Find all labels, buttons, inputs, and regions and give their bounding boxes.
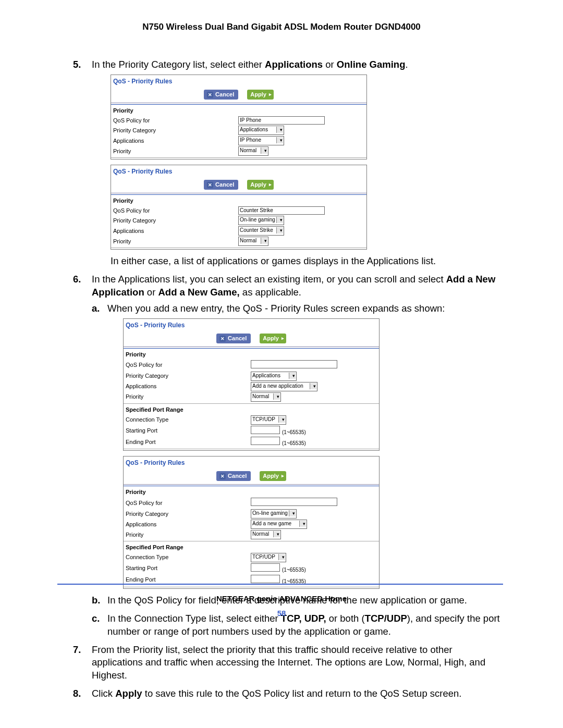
step-5-note: In either case, a list of applications o… — [111, 255, 506, 268]
start-port-label: Starting Port — [126, 564, 251, 572]
start-port-input[interactable] — [251, 426, 280, 434]
qos-policy-for-input[interactable]: Counter Strike — [238, 206, 325, 215]
step-8: 8. Click Apply to save this rule to the … — [73, 687, 506, 700]
doc-header: N750 Wireless Dual Band Gigabit ADSL Mod… — [0, 0, 563, 58]
priority-select[interactable]: Normal — [238, 146, 268, 156]
applications-select[interactable]: Add a new application — [251, 382, 317, 391]
step-8-text: Click Apply to save this rule to the QoS… — [92, 688, 462, 699]
step-5-text: In the Priority Category list, select ei… — [92, 59, 408, 70]
qos-policy-for-input[interactable] — [251, 498, 337, 506]
close-icon: ✕ — [219, 473, 226, 479]
priority-select[interactable]: Normal — [251, 530, 281, 539]
qos-panel-add-app: QoS - Priority Rules ✕Cancel Apply Prior… — [123, 318, 380, 451]
qos-policy-for-label: QoS Policy for — [126, 361, 251, 369]
cancel-button[interactable]: ✕Cancel — [216, 334, 251, 343]
step-number: 8. — [73, 687, 81, 700]
end-port-input[interactable] — [251, 575, 280, 583]
priority-select[interactable]: Normal — [251, 392, 281, 402]
end-port-label: Ending Port — [126, 438, 251, 446]
cancel-button[interactable]: ✕Cancel — [216, 471, 251, 481]
button-bar: ✕Cancel Apply — [124, 330, 379, 347]
panel-title: QoS - Priority Rules — [124, 319, 379, 330]
applications-label: Applications — [126, 382, 251, 390]
cancel-button[interactable]: ✕Cancel — [204, 180, 238, 190]
panel-title: QoS - Priority Rules — [111, 165, 366, 177]
section-priority: Priority — [124, 350, 379, 360]
start-port-label: Starting Port — [126, 427, 251, 435]
port-hint: (1~65535) — [282, 567, 306, 573]
priority-select[interactable]: Normal — [238, 237, 268, 246]
priority-category-select[interactable]: On-line gaming — [238, 216, 284, 225]
button-bar: ✕Cancel Apply — [111, 87, 366, 103]
priority-category-label: Priority Category — [126, 510, 251, 518]
step-7: 7. From the Priority list, select the pr… — [73, 644, 506, 683]
footer-text: NETGEAR genie ADVANCED Home — [0, 594, 563, 603]
footer-rule — [57, 584, 503, 585]
close-icon: ✕ — [207, 182, 213, 188]
qos-policy-for-input[interactable] — [251, 360, 337, 368]
section-priority: Priority — [111, 106, 366, 116]
section-priority: Priority — [111, 196, 366, 206]
applications-select[interactable]: IP Phone — [238, 136, 284, 145]
close-icon: ✕ — [219, 336, 226, 342]
qos-panel-add-game: QoS - Priority Rules ✕Cancel Apply Prior… — [123, 456, 380, 588]
port-hint: (1~65535) — [282, 429, 306, 435]
end-port-label: Ending Port — [126, 576, 251, 584]
panel-title: QoS - Priority Rules — [111, 75, 366, 87]
conn-type-label: Connection Type — [126, 416, 251, 424]
conn-type-label: Connection Type — [126, 553, 251, 561]
qos-panel-gaming: QoS - Priority Rules ✕Cancel Apply Prior… — [111, 165, 367, 250]
cancel-button[interactable]: ✕Cancel — [204, 90, 238, 100]
step-6a-text: When you add a new entry, the QoS - Prio… — [107, 303, 445, 314]
priority-label: Priority — [126, 393, 251, 401]
step-6a: a. When you add a new entry, the QoS - P… — [92, 302, 506, 589]
priority-category-label: Priority Category — [126, 372, 251, 380]
priority-category-select[interactable]: On-line gaming — [251, 509, 297, 519]
panel-title: QoS - Priority Rules — [124, 456, 379, 468]
step-number: 5. — [73, 58, 81, 71]
applications-label: Applications — [126, 521, 251, 528]
conn-type-select[interactable]: TCP/UDP — [251, 553, 286, 562]
priority-category-select[interactable]: Applications — [238, 126, 284, 135]
qos-policy-for-label: QoS Policy for — [113, 207, 238, 215]
start-port-input[interactable] — [251, 563, 280, 572]
priority-category-select[interactable]: Applications — [251, 372, 297, 381]
section-port-range: Specified Port Range — [124, 542, 379, 552]
qos-panel-applications: QoS - Priority Rules ✕Cancel Apply Prior… — [111, 75, 367, 159]
applications-select[interactable]: Add a new game — [251, 520, 307, 529]
step-5: 5. In the Priority Category list, select… — [73, 58, 506, 268]
button-bar: ✕Cancel Apply — [124, 468, 379, 485]
step-7-text: From the Priority list, select the prior… — [92, 644, 485, 681]
step-letter: a. — [92, 302, 100, 315]
priority-label: Priority — [113, 238, 238, 245]
priority-category-label: Priority Category — [113, 127, 238, 134]
close-icon: ✕ — [207, 92, 213, 98]
port-hint: (1~65535) — [282, 440, 306, 446]
qos-policy-for-input[interactable]: IP Phone — [238, 116, 325, 125]
applications-label: Applications — [113, 227, 238, 235]
page-number: 58 — [0, 609, 563, 618]
apply-button[interactable]: Apply — [260, 471, 286, 481]
apply-button[interactable]: Apply — [260, 334, 286, 343]
applications-select[interactable]: Counter Strike — [238, 226, 284, 236]
step-number: 7. — [73, 644, 81, 657]
button-bar: ✕Cancel Apply — [111, 177, 366, 193]
section-port-range: Specified Port Range — [124, 405, 379, 415]
qos-policy-for-label: QoS Policy for — [113, 117, 238, 125]
priority-label: Priority — [113, 147, 238, 155]
apply-button[interactable]: Apply — [247, 180, 274, 190]
priority-label: Priority — [126, 531, 251, 539]
step-6-text: In the Applications list, you can select… — [92, 274, 495, 298]
section-priority: Priority — [124, 487, 379, 497]
apply-button[interactable]: Apply — [247, 90, 274, 100]
conn-type-select[interactable]: TCP/UDP — [251, 415, 286, 425]
step-number: 6. — [73, 273, 81, 286]
end-port-input[interactable] — [251, 437, 280, 445]
qos-policy-for-label: QoS Policy for — [126, 499, 251, 507]
priority-category-label: Priority Category — [113, 217, 238, 225]
applications-label: Applications — [113, 137, 238, 145]
